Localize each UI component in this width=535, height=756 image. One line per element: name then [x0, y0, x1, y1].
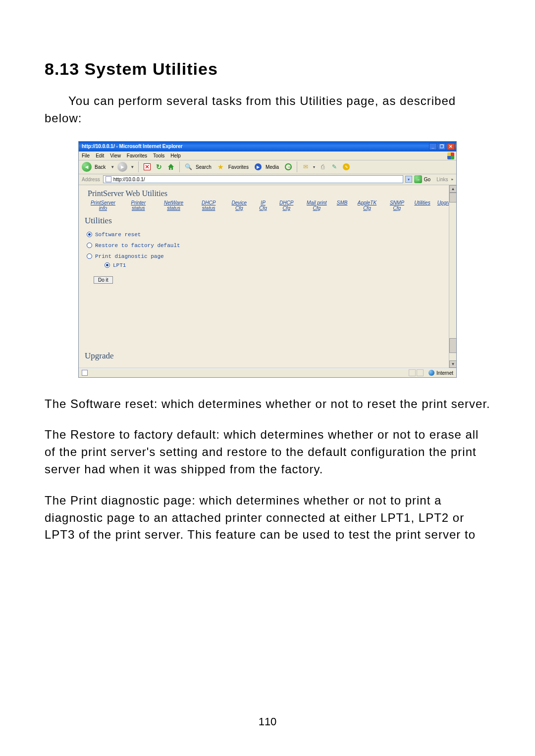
go-button[interactable]: →	[414, 175, 422, 183]
scrollbar[interactable]: ▲ ▼	[449, 185, 456, 368]
nav-mail-print-cfg[interactable]: Mail print Cfg	[304, 200, 330, 211]
windows-logo-icon	[447, 152, 454, 159]
history-icon[interactable]	[284, 162, 293, 171]
radio-restore-default[interactable]	[87, 243, 92, 248]
media-label: Media	[266, 164, 279, 170]
label-lpt1: LPT1	[113, 262, 126, 268]
radio-lpt1[interactable]	[105, 262, 110, 268]
search-label: Search	[196, 164, 212, 170]
restore-default-paragraph: The Restore to factory default: which de…	[45, 426, 490, 478]
forward-dropdown-icon[interactable]: ▼	[130, 165, 134, 169]
option-software-reset[interactable]: Software reset	[87, 232, 456, 238]
menu-file[interactable]: File	[82, 153, 90, 158]
page-number: 110	[0, 715, 535, 728]
option-restore-default[interactable]: Restore to factory default	[87, 243, 456, 249]
mail-icon[interactable]: ✉	[301, 162, 310, 171]
menu-help[interactable]: Help	[170, 153, 181, 158]
label-restore-default: Restore to factory default	[95, 243, 180, 249]
scroll-up-button[interactable]: ▲	[449, 185, 456, 193]
favorites-icon[interactable]: ★	[216, 162, 225, 171]
stop-icon[interactable]: ✕	[143, 162, 152, 171]
print-diagnostic-paragraph: The Print diagnostic page: which determi…	[45, 492, 490, 544]
back-dropdown-icon[interactable]: ▼	[110, 165, 114, 169]
menu-edit[interactable]: Edit	[96, 153, 104, 158]
software-reset-paragraph: The Software reset: which determines whe…	[45, 396, 490, 413]
address-bar: Address http://10.0.0.1/ ▾ → Go Links »	[79, 174, 456, 185]
scroll-thumb-bottom[interactable]	[449, 338, 456, 353]
menu-view[interactable]: View	[110, 153, 121, 158]
label-software-reset: Software reset	[95, 232, 141, 238]
window-title: http://10.0.0.1/ - Microsoft Internet Ex…	[82, 144, 182, 149]
nav-utilities[interactable]: Utilities	[414, 200, 430, 211]
printserver-nav: PrintServer info Printer status NetWare …	[79, 199, 456, 216]
back-label: Back	[95, 164, 106, 170]
intro-paragraph: You can perform several tasks from this …	[45, 93, 490, 127]
window-titlebar: http://10.0.0.1/ - Microsoft Internet Ex…	[79, 142, 456, 151]
nav-printer-status[interactable]: Printer status	[125, 200, 152, 211]
status-slot	[417, 369, 424, 376]
menu-bar: File Edit View Favorites Tools Help	[79, 151, 456, 160]
links-more-icon[interactable]: »	[451, 177, 453, 182]
favorites-label: Favorites	[228, 164, 249, 170]
back-button[interactable]: ◄	[82, 162, 92, 172]
page-icon	[106, 176, 111, 182]
nav-ip-cfg[interactable]: IP Cfg	[257, 200, 269, 211]
page-content: PrintServer Web Utilities PrintServer in…	[79, 185, 456, 368]
address-input[interactable]: http://10.0.0.1/	[103, 175, 403, 183]
toolbar: ◄ Back ▼ ► ▼ ✕ ↻ 🔍 Search ★ Favorites ▶ …	[79, 160, 456, 174]
search-icon[interactable]: 🔍	[184, 162, 193, 171]
status-slot	[409, 369, 416, 376]
status-page-icon	[82, 370, 88, 376]
go-label: Go	[424, 177, 430, 182]
address-value: http://10.0.0.1/	[113, 177, 145, 182]
menu-tools[interactable]: Tools	[153, 153, 164, 158]
status-bar: Internet	[79, 368, 456, 377]
nav-netware-status[interactable]: NetWare status	[159, 200, 189, 211]
close-button[interactable]: ✕	[447, 143, 455, 150]
nav-snmp-cfg[interactable]: SNMP Cfg	[386, 200, 407, 211]
radio-print-diagnostic[interactable]	[87, 253, 92, 259]
label-print-diagnostic: Print diagnostic page	[95, 253, 164, 259]
forward-button[interactable]: ►	[117, 162, 127, 172]
scroll-down-button[interactable]: ▼	[449, 360, 456, 368]
nav-smb[interactable]: SMB	[337, 200, 348, 211]
printserver-heading: PrintServer Web Utilities	[79, 185, 456, 199]
screenshot-browser-window: http://10.0.0.1/ - Microsoft Internet Ex…	[78, 141, 457, 378]
upgrade-section-title: Upgrade	[85, 351, 114, 361]
nav-printserver-info[interactable]: PrintServer info	[88, 200, 118, 211]
nav-dhcp-status[interactable]: DHCP status	[196, 200, 221, 211]
utilities-section-title: Utilities	[79, 216, 456, 226]
nav-appletalk-cfg[interactable]: AppleTK Cfg	[354, 200, 379, 211]
address-label: Address	[82, 177, 100, 182]
radio-software-reset[interactable]	[87, 232, 92, 237]
do-it-button[interactable]: Do it	[94, 276, 113, 284]
scroll-thumb-top[interactable]	[449, 193, 456, 202]
internet-zone-label: Internet	[436, 370, 453, 376]
refresh-icon[interactable]: ↻	[155, 162, 163, 171]
nav-device-cfg[interactable]: Device Cfg	[228, 200, 250, 211]
option-print-diagnostic[interactable]: Print diagnostic page	[87, 253, 456, 259]
media-icon[interactable]: ▶	[254, 162, 263, 171]
discuss-icon[interactable]: ✎	[342, 162, 351, 171]
home-icon[interactable]	[166, 162, 175, 171]
section-heading: 8.13 System Utilities	[45, 59, 490, 79]
maximize-button[interactable]: ❐	[438, 143, 446, 150]
nav-dhcp-cfg[interactable]: DHCP Cfg	[276, 200, 297, 211]
minimize-button[interactable]: _	[429, 143, 437, 150]
edit-icon[interactable]: ✎	[330, 162, 339, 171]
mail-dropdown-icon[interactable]: ▾	[313, 165, 315, 169]
print-icon[interactable]: ⎙	[318, 162, 327, 171]
address-dropdown-icon[interactable]: ▾	[405, 176, 412, 183]
links-label[interactable]: Links	[436, 177, 448, 182]
menu-favorites[interactable]: Favorites	[127, 153, 147, 158]
internet-zone-icon	[428, 370, 434, 376]
option-lpt1[interactable]: LPT1	[105, 262, 456, 268]
